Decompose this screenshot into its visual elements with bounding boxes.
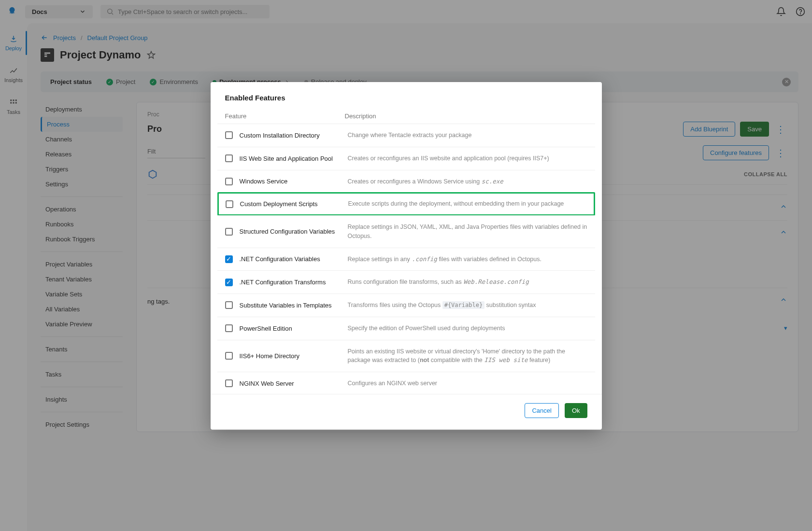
- feature-checkbox[interactable]: [225, 178, 233, 185]
- cancel-button[interactable]: Cancel: [525, 403, 558, 418]
- feature-checkbox[interactable]: [225, 379, 233, 387]
- feature-row[interactable]: Custom Installation DirectoryChange wher…: [217, 124, 595, 147]
- feature-description: Execute scripts during the deployment, w…: [348, 199, 587, 209]
- feature-checkbox[interactable]: ✓: [225, 279, 233, 286]
- feature-label: Structured Configuration Variables: [240, 228, 341, 235]
- feature-description: Transforms files using the Octopus #{Var…: [348, 301, 587, 310]
- feature-row[interactable]: IIS6+ Home DirectoryPoints an existing I…: [217, 340, 595, 372]
- feature-label: IIS Web Site and Application Pool: [240, 155, 341, 162]
- feature-description: Creates or reconfigures a Windows Servic…: [348, 177, 587, 186]
- feature-checkbox[interactable]: [225, 154, 233, 162]
- feature-label: .NET Configuration Transforms: [240, 279, 341, 286]
- feature-checkbox[interactable]: [225, 352, 233, 360]
- feature-row[interactable]: PowerShell EditionSpecify the edition of…: [217, 317, 595, 340]
- feature-checkbox[interactable]: ✓: [225, 255, 233, 263]
- feature-description: Replace settings in JSON, YAML, XML, and…: [348, 223, 587, 241]
- feature-row[interactable]: Custom Deployment ScriptsExecute scripts…: [217, 192, 595, 216]
- feature-checkbox[interactable]: [225, 228, 233, 236]
- feature-checkbox[interactable]: [226, 200, 233, 208]
- ok-button[interactable]: Ok: [565, 403, 587, 418]
- features-list: Custom Installation DirectoryChange wher…: [211, 124, 602, 394]
- feature-description: Change where Tentacle extracts your pack…: [348, 131, 587, 140]
- feature-row[interactable]: Substitute Variables in TemplatesTransfo…: [217, 293, 595, 317]
- feature-label: Substitute Variables in Templates: [240, 302, 341, 309]
- feature-row[interactable]: IIS Web Site and Application PoolCreates…: [217, 147, 595, 170]
- feature-description: Points an existing IIS website or virtua…: [348, 347, 587, 365]
- feature-label: IIS6+ Home Directory: [240, 352, 341, 360]
- feature-row[interactable]: ✓.NET Configuration TransformsRuns confi…: [217, 270, 595, 293]
- feature-label: Custom Installation Directory: [240, 132, 341, 139]
- feature-label: Custom Deployment Scripts: [240, 200, 342, 208]
- feature-row[interactable]: Windows ServiceCreates or reconfigures a…: [217, 170, 595, 193]
- feature-checkbox[interactable]: [225, 324, 233, 332]
- feature-label: Windows Service: [240, 178, 341, 185]
- features-table-header: Feature Description: [211, 109, 602, 124]
- feature-label: .NET Configuration Variables: [240, 255, 341, 263]
- feature-description: Specify the edition of PowerShell used d…: [348, 324, 587, 333]
- modal-footer: Cancel Ok: [211, 394, 602, 420]
- feature-description: Configures an NGINX web server: [348, 379, 587, 388]
- feature-row[interactable]: NGINX Web ServerConfigures an NGINX web …: [217, 372, 595, 394]
- feature-row[interactable]: Structured Configuration VariablesReplac…: [217, 215, 595, 248]
- feature-description: Creates or reconfigures an IIS website a…: [348, 154, 587, 163]
- modal-title: Enabled Features: [211, 94, 602, 109]
- feature-checkbox[interactable]: [225, 131, 233, 139]
- enabled-features-modal: Enabled Features Feature Description Cus…: [211, 82, 602, 430]
- feature-description: Runs configuration file transforms, such…: [348, 278, 587, 287]
- feature-row[interactable]: ✓.NET Configuration VariablesReplace set…: [217, 248, 595, 271]
- modal-overlay: Enabled Features Feature Description Cus…: [0, 0, 812, 531]
- feature-checkbox[interactable]: [225, 301, 233, 309]
- feature-label: NGINX Web Server: [240, 380, 341, 387]
- feature-label: PowerShell Edition: [240, 325, 341, 332]
- feature-description: Replace settings in any .config files wi…: [348, 255, 587, 264]
